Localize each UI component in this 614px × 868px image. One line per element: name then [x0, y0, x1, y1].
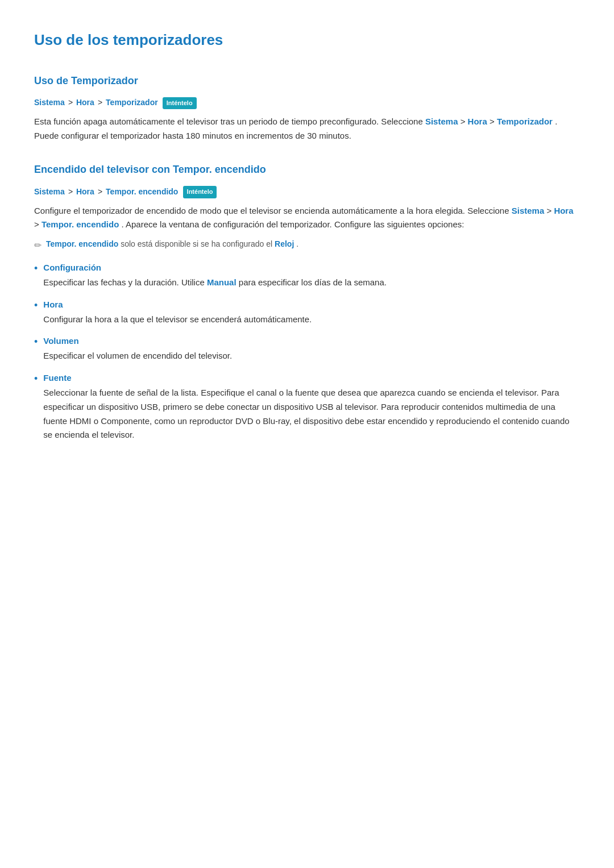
note-text-part2: solo está disponible si se ha configurad… [121, 239, 275, 248]
breadcrumb-sistema-2[interactable]: Sistema [34, 187, 65, 196]
list-item-configuracion: • Configuración Especificar las fechas y… [34, 261, 580, 290]
section1-breadcrumb: Sistema > Hora > Temporizador Inténtelo [34, 95, 580, 109]
bullet-dot-2: • [34, 298, 38, 313]
page-title: Uso de los temporizadores [34, 28, 580, 52]
bullet-term-hora: Hora [43, 300, 63, 309]
breadcrumb-hora-2[interactable]: Hora [76, 187, 94, 196]
bullet-desc-volumen: Especificar el volumen de encendido del … [43, 349, 580, 363]
section2-link-sistema[interactable]: Sistema [512, 206, 545, 215]
section2-intro-sep1: > [546, 206, 554, 215]
bullet-desc-fuente: Seleccionar la fuente de señal de la lis… [43, 386, 580, 442]
breadcrumb-sep1-2: > [68, 187, 75, 196]
breadcrumb-sep2-2: > [98, 187, 105, 196]
breadcrumb-temporizador[interactable]: Temporizador [106, 98, 158, 107]
section2-intro-sep2: > [34, 219, 42, 229]
note-text-end: . [296, 239, 298, 248]
bullet-term-configuracion: Configuración [43, 263, 101, 272]
section2-intro: Configure el temporizador de encendido d… [34, 204, 580, 232]
section2-note-text: Tempor. encendido solo está disponible s… [46, 238, 298, 250]
list-item-volumen: • Volumen Especificar el volumen de ence… [34, 334, 580, 363]
section-tempor-encendido: Encendido del televisor con Tempor. ence… [34, 161, 580, 442]
section1-body-sep1: > [460, 117, 468, 126]
bullet-content-1: Configuración Especificar las fechas y l… [43, 261, 580, 290]
section2-note: ✏ Tempor. encendido solo está disponible… [34, 238, 580, 253]
section2-breadcrumb: Sistema > Hora > Tempor. encendido Intén… [34, 185, 580, 198]
section2-intro-text2: . Aparece la ventana de configuración de… [122, 219, 464, 229]
bullet-content-3: Volumen Especificar el volumen de encend… [43, 334, 580, 363]
bullet-dot-1: • [34, 261, 38, 276]
section1-title: Uso de Temporizador [34, 73, 580, 89]
breadcrumb-hora-1[interactable]: Hora [76, 98, 94, 107]
bullet-desc-conf-text1: Especificar las fechas y la duración. Ut… [43, 277, 207, 287]
intentelo-badge-1[interactable]: Inténtelo [163, 97, 197, 110]
section-temporizador: Uso de Temporizador Sistema > Hora > Tem… [34, 73, 580, 143]
bullet-desc-conf-text2: para especificar los días de la semana. [239, 277, 387, 287]
note-tempor-link[interactable]: Tempor. encendido [46, 239, 118, 248]
bullet-dot-3: • [34, 334, 38, 350]
section1-body-sep2: > [489, 117, 497, 126]
section1-link-sistema[interactable]: Sistema [425, 117, 458, 126]
section1-link-temporizador[interactable]: Temporizador [497, 117, 553, 126]
bullet-desc-hora: Configurar la hora a la que el televisor… [43, 313, 580, 327]
bullet-term-fuente: Fuente [43, 373, 71, 383]
intentelo-badge-2[interactable]: Inténtelo [183, 186, 217, 198]
section2-title: Encendido del televisor con Tempor. ence… [34, 161, 580, 178]
section2-link-tempor[interactable]: Tempor. encendido [42, 219, 119, 229]
bullet-desc-conf-link[interactable]: Manual [207, 277, 237, 287]
list-item-fuente: • Fuente Seleccionar la fuente de señal … [34, 371, 580, 442]
section2-link-hora[interactable]: Hora [554, 206, 573, 215]
bullet-content-4: Fuente Seleccionar la fuente de señal de… [43, 371, 580, 442]
pencil-icon: ✏ [34, 238, 42, 253]
note-reloj-link[interactable]: Reloj [275, 239, 294, 248]
bullet-dot-4: • [34, 371, 38, 387]
breadcrumb-sistema-1[interactable]: Sistema [34, 98, 65, 107]
section1-link-hora[interactable]: Hora [468, 117, 487, 126]
bullet-term-volumen: Volumen [43, 336, 78, 346]
bullet-desc-configuracion: Especificar las fechas y la duración. Ut… [43, 276, 580, 290]
breadcrumb-sep2-1: > [98, 98, 105, 107]
breadcrumb-sep1-1: > [68, 98, 75, 107]
section1-body: Esta función apaga automáticamente el te… [34, 115, 580, 143]
list-item-hora: • Hora Configurar la hora a la que el te… [34, 298, 580, 327]
bullet-list: • Configuración Especificar las fechas y… [34, 261, 580, 442]
breadcrumb-tempor-encendido[interactable]: Tempor. encendido [106, 187, 178, 196]
section1-body-text: Esta función apaga automáticamente el te… [34, 117, 423, 126]
bullet-content-2: Hora Configurar la hora a la que el tele… [43, 298, 580, 327]
section2-intro-text1: Configure el temporizador de encendido d… [34, 206, 509, 215]
